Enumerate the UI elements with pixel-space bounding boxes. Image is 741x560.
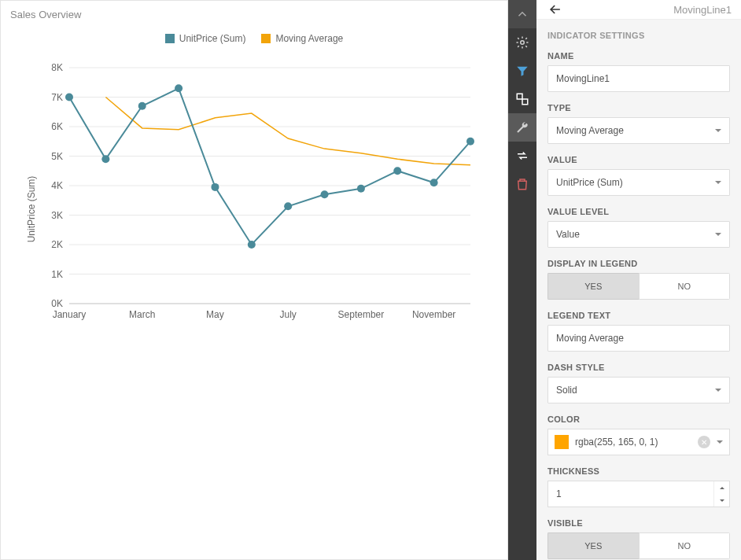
field-label: DASH STYLE bbox=[547, 363, 730, 372]
svg-text:6K: 6K bbox=[51, 121, 63, 132]
svg-point-36 bbox=[521, 41, 525, 45]
toggle-no[interactable]: NO bbox=[639, 532, 731, 559]
field-label: VALUE LEVEL bbox=[547, 207, 730, 216]
svg-point-31 bbox=[321, 190, 329, 198]
field-label: THICKNESS bbox=[547, 466, 730, 476]
svg-point-35 bbox=[466, 138, 474, 146]
field-label: TYPE bbox=[547, 103, 730, 112]
dash-style-select[interactable]: Solid bbox=[547, 377, 730, 403]
x-axis: JanuaryMarchMayJulySeptemberNovember bbox=[53, 309, 456, 320]
color-swatch-icon bbox=[555, 435, 569, 449]
svg-point-27 bbox=[175, 84, 182, 92]
svg-point-26 bbox=[138, 102, 146, 110]
svg-point-29 bbox=[248, 241, 256, 249]
field-type: TYPE Moving Average bbox=[547, 103, 730, 144]
chevron-down-icon bbox=[715, 129, 721, 132]
y-axis-title: UnitPrice (Sum) bbox=[26, 176, 37, 243]
legend-swatch-icon bbox=[261, 34, 271, 43]
filter-button[interactable] bbox=[508, 57, 536, 85]
field-name: NAME bbox=[547, 51, 730, 92]
visible-toggle: YES NO bbox=[547, 532, 730, 559]
collapse-button[interactable] bbox=[508, 0, 536, 28]
color-input[interactable]: rgba(255, 165, 0, 1) ✕ bbox=[547, 429, 730, 455]
back-button[interactable] bbox=[546, 0, 565, 19]
select-value: Value bbox=[556, 229, 580, 240]
color-value: rgba(255, 165, 0, 1) bbox=[575, 437, 691, 448]
svg-point-33 bbox=[393, 167, 401, 175]
thickness-spinner bbox=[713, 481, 729, 507]
common-options-button[interactable] bbox=[508, 28, 536, 57]
svg-text:0K: 0K bbox=[51, 298, 63, 309]
field-value: VALUE UnitPrice (Sum) bbox=[547, 155, 730, 196]
field-legend-text: LEGEND TEXT bbox=[547, 311, 730, 352]
convert-button[interactable] bbox=[508, 142, 536, 170]
legend-label: Moving Average bbox=[275, 33, 343, 44]
funnel-icon bbox=[515, 64, 529, 78]
chart-title: Sales Overview bbox=[1, 1, 507, 28]
thickness-input[interactable]: 1 bbox=[547, 481, 730, 507]
gear-icon bbox=[515, 35, 529, 50]
toggle-no[interactable]: NO bbox=[639, 273, 731, 300]
section-title: INDICATOR SETTINGS bbox=[547, 31, 730, 40]
panel-header: MovingLine1 bbox=[536, 0, 741, 20]
settings-panel: MovingLine1 INDICATOR SETTINGS NAME TYPE… bbox=[536, 0, 741, 560]
svg-rect-38 bbox=[522, 99, 528, 105]
legend-label: UnitPrice (Sum) bbox=[179, 33, 246, 44]
legend-item-movingavg[interactable]: Moving Average bbox=[261, 33, 343, 44]
caret-down-icon bbox=[720, 499, 724, 502]
svg-text:November: November bbox=[412, 309, 455, 320]
legend-text-input[interactable] bbox=[547, 325, 730, 352]
value-select[interactable]: UnitPrice (Sum) bbox=[547, 169, 730, 196]
chevron-down-icon bbox=[715, 389, 721, 392]
layout-icon bbox=[515, 92, 529, 106]
chevron-down-icon bbox=[715, 233, 721, 236]
thickness-value: 1 bbox=[548, 481, 713, 507]
spin-down-button[interactable] bbox=[714, 494, 729, 507]
field-label: DISPLAY IN LEGEND bbox=[547, 259, 730, 268]
layout-button[interactable] bbox=[508, 85, 536, 113]
type-select[interactable]: Moving Average bbox=[547, 117, 730, 144]
svg-text:2K: 2K bbox=[51, 239, 63, 250]
series-unitprice-points bbox=[65, 84, 474, 249]
chevron-up-icon bbox=[515, 7, 529, 21]
arrow-left-icon bbox=[547, 2, 563, 17]
chart-pane: Sales Overview UnitPrice (Sum) Moving Av… bbox=[0, 0, 508, 560]
spin-up-button[interactable] bbox=[714, 481, 729, 494]
wrench-icon bbox=[515, 120, 529, 134]
field-label: COLOR bbox=[547, 414, 730, 424]
svg-text:7K: 7K bbox=[51, 92, 63, 103]
settings-toolbar bbox=[508, 0, 536, 560]
field-color: COLOR rgba(255, 165, 0, 1) ✕ bbox=[547, 414, 730, 455]
legend-swatch-icon bbox=[165, 34, 175, 43]
y-axis: 0K1K2K3K4K5K6K7K8K bbox=[51, 62, 470, 309]
clear-color-button[interactable]: ✕ bbox=[698, 436, 710, 448]
value-level-select[interactable]: Value bbox=[547, 221, 730, 248]
name-input[interactable] bbox=[547, 65, 730, 92]
field-display-legend: DISPLAY IN LEGEND YES NO bbox=[547, 259, 730, 300]
svg-point-30 bbox=[284, 202, 292, 210]
display-legend-toggle: YES NO bbox=[547, 273, 730, 300]
svg-text:July: July bbox=[280, 309, 297, 320]
svg-point-28 bbox=[211, 183, 219, 191]
svg-point-24 bbox=[65, 94, 73, 101]
toggle-yes[interactable]: YES bbox=[547, 273, 639, 300]
chevron-down-icon bbox=[717, 440, 723, 444]
svg-rect-37 bbox=[517, 94, 522, 99]
field-thickness: THICKNESS 1 bbox=[547, 466, 730, 507]
series-unitprice bbox=[69, 88, 470, 245]
legend-item-unitprice[interactable]: UnitPrice (Sum) bbox=[165, 33, 246, 44]
panel-body: INDICATOR SETTINGS NAME TYPE Moving Aver… bbox=[536, 20, 741, 560]
field-label: VISIBLE bbox=[547, 518, 730, 528]
indicators-button[interactable] bbox=[508, 113, 536, 142]
chevron-down-icon bbox=[715, 181, 721, 184]
svg-point-34 bbox=[430, 179, 438, 186]
field-visible: VISIBLE YES NO bbox=[547, 518, 730, 559]
svg-text:May: May bbox=[206, 309, 224, 320]
panel-title: MovingLine1 bbox=[565, 4, 732, 16]
delete-button[interactable] bbox=[508, 170, 536, 198]
select-value: UnitPrice (Sum) bbox=[556, 177, 623, 188]
field-label: NAME bbox=[547, 51, 730, 61]
toggle-yes[interactable]: YES bbox=[547, 532, 639, 559]
svg-text:March: March bbox=[129, 309, 155, 320]
field-label: VALUE bbox=[547, 155, 730, 164]
